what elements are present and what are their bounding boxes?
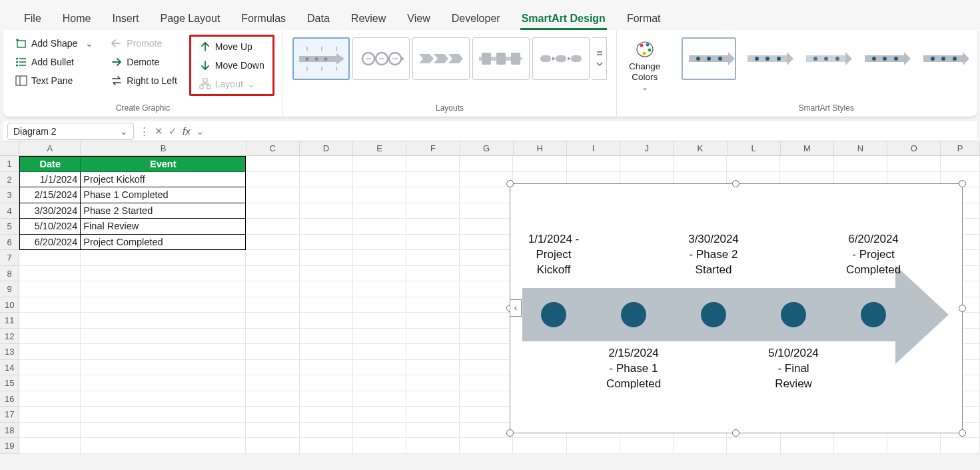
cell[interactable] [81, 375, 246, 391]
row-header[interactable]: 3 [0, 187, 19, 203]
cell[interactable] [941, 438, 980, 454]
cell[interactable] [246, 281, 299, 297]
timeline-label[interactable]: 3/30/2024 - Phase 2 Started [670, 232, 757, 278]
cell[interactable] [353, 407, 406, 423]
cell[interactable] [460, 423, 513, 439]
add-shape-button[interactable]: Add Shape ⌄ [10, 35, 99, 52]
cell[interactable] [246, 235, 299, 251]
cell[interactable] [81, 281, 246, 297]
cell[interactable] [406, 407, 460, 423]
cell[interactable] [19, 266, 81, 282]
cell[interactable] [300, 172, 353, 188]
tab-home[interactable]: Home [61, 9, 93, 30]
cell[interactable] [406, 375, 460, 391]
cell[interactable] [727, 438, 780, 454]
cell[interactable] [19, 438, 81, 454]
tab-view[interactable]: View [406, 9, 431, 30]
timeline-dot[interactable] [701, 302, 726, 327]
tab-insert[interactable]: Insert [111, 9, 140, 30]
timeline-label[interactable]: 6/20/2024 - Project Completed [830, 232, 917, 278]
cell[interactable] [81, 250, 246, 266]
cell[interactable] [406, 172, 460, 188]
chevron-down-icon[interactable]: ⌄ [120, 126, 128, 137]
tab-smartart-design[interactable]: SmartArt Design [520, 9, 607, 30]
cell[interactable] [887, 156, 941, 172]
cell[interactable] [81, 329, 246, 345]
text-pane-button[interactable]: Text Pane [10, 72, 99, 89]
layout-thumb-4[interactable] [472, 37, 530, 80]
cell[interactable] [834, 438, 887, 454]
cell[interactable] [567, 156, 620, 172]
resize-handle[interactable] [732, 429, 739, 437]
cell[interactable] [19, 297, 81, 313]
cell[interactable] [300, 391, 353, 407]
cell[interactable] [300, 156, 353, 172]
col-header-P[interactable]: P [941, 141, 980, 155]
cell[interactable] [513, 156, 566, 172]
row-header[interactable]: 9 [0, 281, 19, 297]
cell[interactable] [246, 187, 299, 203]
col-header-B[interactable]: B [81, 141, 246, 155]
cell[interactable] [246, 219, 299, 235]
col-header-G[interactable]: G [460, 141, 514, 155]
cell[interactable] [300, 266, 353, 282]
cell[interactable] [300, 250, 353, 266]
timeline-dot[interactable] [781, 302, 806, 327]
resize-handle[interactable] [506, 180, 514, 187]
tab-developer[interactable]: Developer [450, 9, 502, 30]
cell[interactable] [246, 203, 299, 219]
resize-handle[interactable] [959, 305, 966, 312]
row-header[interactable]: 7 [0, 250, 19, 266]
cell[interactable] [353, 235, 406, 251]
cell[interactable] [81, 360, 246, 376]
cell[interactable] [19, 313, 81, 329]
cell[interactable] [246, 329, 299, 345]
cell[interactable] [567, 438, 620, 454]
cell[interactable] [19, 250, 81, 266]
timeline-dot[interactable] [541, 302, 566, 327]
cell[interactable] [81, 391, 246, 407]
cell[interactable] [406, 360, 460, 376]
tab-review[interactable]: Review [350, 9, 387, 30]
cell[interactable] [460, 313, 513, 329]
cell[interactable] [406, 235, 460, 251]
cell[interactable] [460, 297, 513, 313]
cell[interactable] [353, 266, 406, 282]
cell[interactable] [406, 391, 460, 407]
resize-handle[interactable] [506, 429, 514, 437]
col-header-M[interactable]: M [781, 141, 834, 155]
cell[interactable] [19, 423, 81, 439]
cell[interactable]: Project Kickoff [81, 172, 246, 188]
cell[interactable] [406, 329, 460, 345]
row-header[interactable]: 1 [0, 156, 19, 172]
timeline-dot[interactable] [861, 302, 886, 327]
cell[interactable] [300, 235, 353, 251]
cell[interactable] [81, 407, 246, 423]
row-header[interactable]: 8 [0, 266, 19, 282]
smartart-object[interactable]: ‹ 1/1/2024 - Project Kickoff2/15/2024 - … [510, 183, 963, 433]
cell[interactable] [353, 203, 406, 219]
cell[interactable] [300, 407, 353, 423]
cell[interactable] [300, 187, 353, 203]
tab-data[interactable]: Data [306, 9, 331, 30]
cell[interactable] [246, 266, 299, 282]
cell[interactable] [460, 187, 513, 203]
col-header-K[interactable]: K [674, 141, 727, 155]
row-header[interactable]: 18 [0, 423, 19, 439]
cell[interactable] [81, 266, 246, 282]
col-header-I[interactable]: I [567, 141, 620, 155]
cell[interactable] [353, 250, 406, 266]
cell[interactable] [246, 344, 299, 360]
row-header[interactable]: 17 [0, 407, 19, 423]
cell[interactable] [406, 423, 460, 439]
cell[interactable] [353, 344, 406, 360]
cell[interactable] [300, 423, 353, 439]
row-header[interactable]: 5 [0, 219, 19, 235]
cell[interactable] [353, 281, 406, 297]
cell[interactable] [674, 438, 727, 454]
cell[interactable] [300, 219, 353, 235]
row-header[interactable]: 4 [0, 203, 19, 219]
cell[interactable]: Phase 1 Completed [81, 187, 246, 203]
cell[interactable]: 3/30/2024 [19, 203, 81, 219]
resize-handle[interactable] [732, 180, 739, 187]
